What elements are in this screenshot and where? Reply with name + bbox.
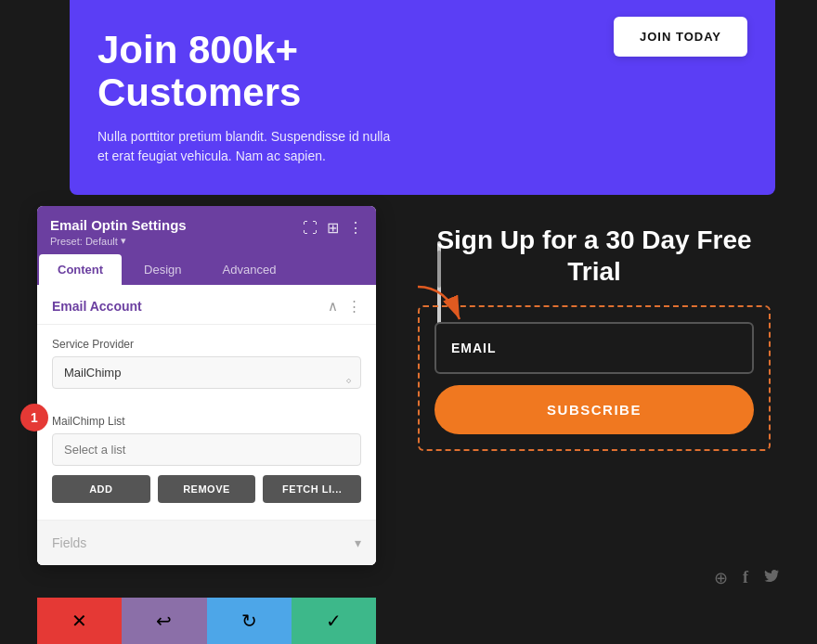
- section-header-icons: ∧ ⋮: [328, 298, 361, 315]
- social-bar: ⊕ f: [714, 567, 780, 588]
- redo-icon: ↻: [241, 610, 257, 632]
- panel-body: Email Account ∧ ⋮ Service Provider MailC…: [37, 285, 376, 565]
- action-buttons: ADD REMOVE FETCH LI...: [52, 475, 361, 503]
- remove-button[interactable]: REMOVE: [158, 475, 256, 503]
- subscribe-button[interactable]: SUBSCRIBE: [434, 385, 754, 434]
- right-section: Sign Up for a 30 Day Free Trial EMAIL SU…: [399, 206, 789, 470]
- email-account-title: Email Account: [52, 299, 142, 314]
- panel-tabs: Content Design Advanced: [37, 254, 376, 285]
- service-provider-label: Service Provider: [52, 338, 361, 351]
- twitter-icon[interactable]: [763, 567, 780, 588]
- hero-subtitle: Nulla porttitor pretium blandit. Suspend…: [97, 127, 395, 166]
- collapse-icon[interactable]: ∧: [328, 298, 338, 315]
- panel-preset-arrow: ▾: [121, 235, 126, 247]
- add-button[interactable]: ADD: [52, 475, 150, 503]
- tab-content[interactable]: Content: [39, 254, 122, 285]
- mailchimp-list-label: MailChimp List: [52, 415, 361, 428]
- arrow-indicator: [408, 277, 473, 333]
- join-today-button[interactable]: JOIN TODAY: [614, 17, 747, 57]
- confirm-button[interactable]: ✓: [292, 598, 376, 644]
- undo-button[interactable]: ↩: [122, 598, 206, 644]
- columns-icon[interactable]: ⊞: [327, 219, 339, 237]
- email-account-section-header: Email Account ∧ ⋮: [37, 285, 376, 325]
- more-icon[interactable]: ⋮: [348, 219, 363, 237]
- undo-icon: ↩: [156, 610, 172, 632]
- step-number: 1: [31, 410, 38, 425]
- panel-preset-text: Preset: Default: [50, 236, 118, 247]
- tab-design[interactable]: Design: [125, 254, 200, 285]
- fields-chevron-icon: ▾: [355, 535, 361, 550]
- hero-section: Join 800k+Customers Nulla porttitor pret…: [70, 0, 775, 195]
- fields-label: Fields: [52, 535, 86, 550]
- panel-header: Email Optin Settings Preset: Default ▾ ⛶…: [37, 206, 376, 254]
- redo-button[interactable]: ↻: [207, 598, 292, 644]
- fields-section[interactable]: Fields ▾: [37, 520, 376, 565]
- panel-title-group: Email Optin Settings Preset: Default ▾: [50, 217, 187, 247]
- service-provider-select[interactable]: MailChimp: [52, 356, 361, 389]
- step-badge: 1: [20, 404, 48, 431]
- fullscreen-icon[interactable]: ⛶: [303, 220, 318, 237]
- panel-header-icons: ⛶ ⊞ ⋮: [303, 217, 363, 237]
- settings-panel: Email Optin Settings Preset: Default ▾ ⛶…: [37, 206, 376, 565]
- cancel-button[interactable]: ✕: [37, 598, 122, 644]
- fetch-list-button[interactable]: FETCH LI...: [263, 475, 361, 503]
- facebook-icon[interactable]: f: [743, 568, 748, 587]
- bottom-toolbar: ✕ ↩ ↻ ✓: [37, 598, 376, 644]
- cancel-icon: ✕: [71, 610, 87, 632]
- form-area: Service Provider MailChimp ⬦ MailChimp L…: [37, 325, 376, 520]
- mailchimp-list-input[interactable]: [52, 433, 361, 466]
- email-input-display[interactable]: EMAIL: [434, 322, 754, 374]
- tab-advanced[interactable]: Advanced: [204, 254, 295, 285]
- confirm-icon: ✓: [326, 610, 342, 632]
- service-provider-wrapper: MailChimp ⬦: [52, 356, 361, 402]
- panel-title: Email Optin Settings: [50, 217, 187, 233]
- panel-preset[interactable]: Preset: Default ▾: [50, 235, 187, 247]
- dribbble-icon[interactable]: ⊕: [714, 568, 728, 588]
- settings-dots-icon[interactable]: ⋮: [347, 298, 361, 315]
